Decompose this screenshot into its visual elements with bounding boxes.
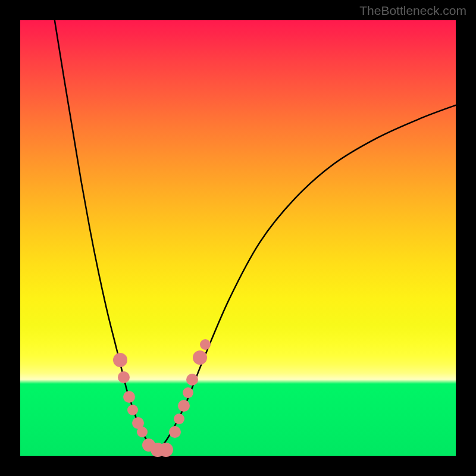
curve-marker	[123, 391, 135, 403]
watermark-text: TheBottleneck.com	[359, 4, 466, 18]
bottleneck-curve	[20, 20, 456, 456]
curve-marker	[127, 405, 138, 415]
chart-plot-area	[20, 20, 456, 456]
curve-marker	[200, 339, 211, 350]
curve-marker	[159, 443, 173, 457]
curve-marker	[118, 371, 130, 383]
curve-marker	[178, 400, 190, 412]
curve-marker	[113, 353, 127, 367]
curve-marker	[169, 426, 181, 438]
curve-marker	[186, 374, 198, 386]
curve-marker	[193, 350, 207, 365]
curve-marker	[183, 387, 193, 398]
curve-marker	[137, 427, 148, 437]
curve-marker	[174, 414, 184, 424]
